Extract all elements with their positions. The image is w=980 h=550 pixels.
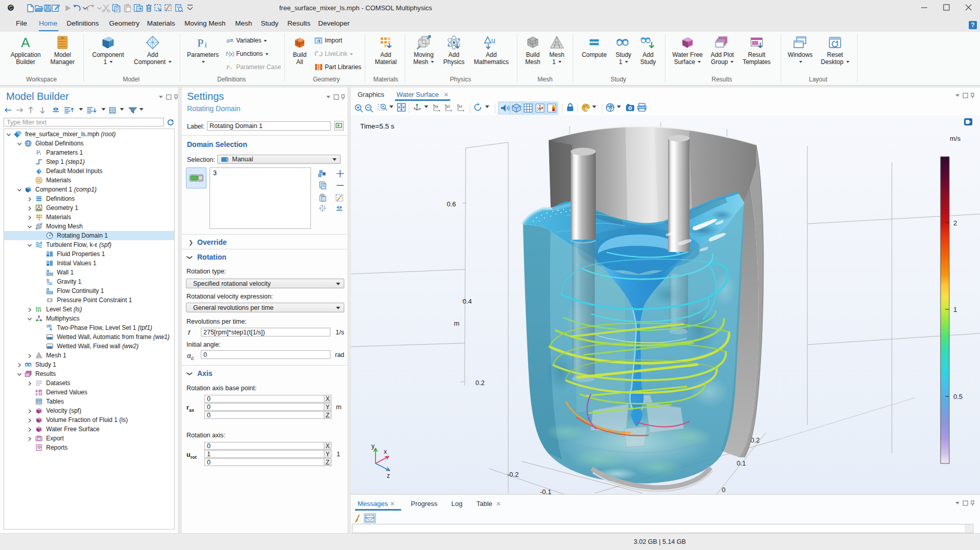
svg-text:f: f (226, 51, 228, 57)
svg-text:m/s: m/s (950, 135, 961, 142)
svg-text:i: i (40, 152, 41, 156)
svg-text:Time=5.5 s: Time=5.5 s (360, 122, 394, 130)
svg-text:P: P (226, 64, 230, 70)
svg-text:A: A (21, 35, 30, 50)
svg-text:1: 1 (953, 306, 957, 313)
svg-text:-0.2: -0.2 (507, 471, 518, 478)
svg-text:D: D (47, 261, 50, 264)
svg-text:y: y (371, 442, 375, 450)
svg-text:P: P (197, 36, 203, 49)
svg-text:0.6: 0.6 (447, 200, 456, 208)
svg-text:u: u (491, 36, 495, 45)
svg-text:z: z (387, 472, 390, 479)
svg-text:xz: xz (458, 104, 463, 109)
svg-text:m: m (454, 320, 460, 327)
svg-text:i: i (205, 40, 206, 49)
svg-text:D: D (47, 279, 49, 282)
svg-text:D: D (47, 270, 50, 273)
svg-text:2: 2 (953, 219, 957, 227)
svg-text:0.4: 0.4 (463, 298, 472, 305)
svg-text:i: i (231, 66, 232, 71)
svg-text:0.2: 0.2 (475, 379, 485, 387)
svg-text:xy: xy (434, 104, 439, 109)
svg-text:(x): (x) (228, 51, 234, 57)
svg-text:D: D (47, 251, 50, 255)
svg-text:D: D (47, 288, 50, 291)
svg-text:-0.1: -0.1 (540, 488, 551, 494)
svg-text:a: a (226, 37, 230, 44)
svg-text:0.1: 0.1 (737, 459, 746, 467)
svg-text:0.5: 0.5 (953, 393, 963, 400)
svg-text:0: 0 (722, 486, 725, 494)
svg-text:x: x (384, 448, 387, 455)
svg-text:yz: yz (446, 104, 450, 109)
svg-text:e-12: e-12 (36, 392, 43, 396)
